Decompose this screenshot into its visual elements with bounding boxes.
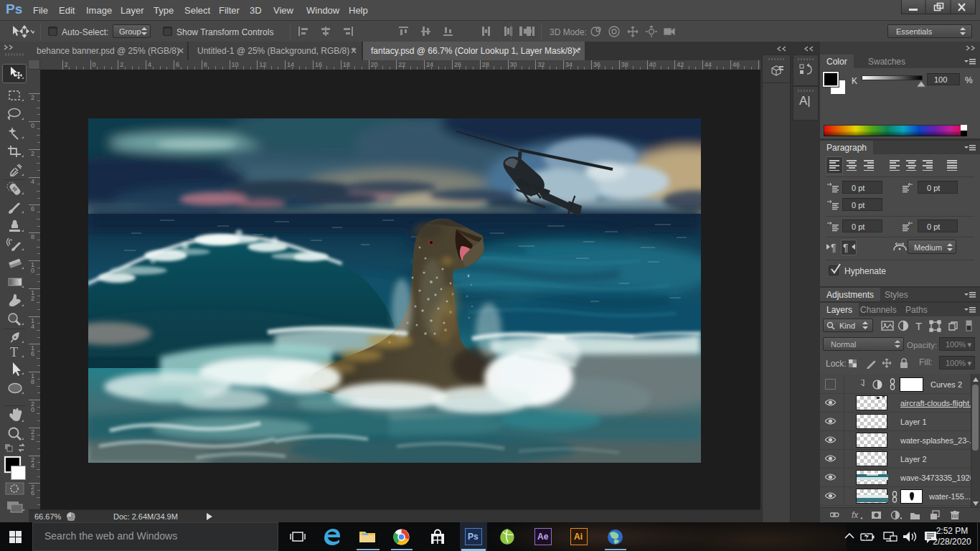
- svg-text:fx: fx: [852, 510, 859, 520]
- svg-text:¶: ¶: [843, 242, 849, 253]
- svg-text:T: T: [915, 320, 922, 332]
- svg-text:¶: ¶: [831, 242, 837, 253]
- svg-text:T: T: [10, 345, 18, 359]
